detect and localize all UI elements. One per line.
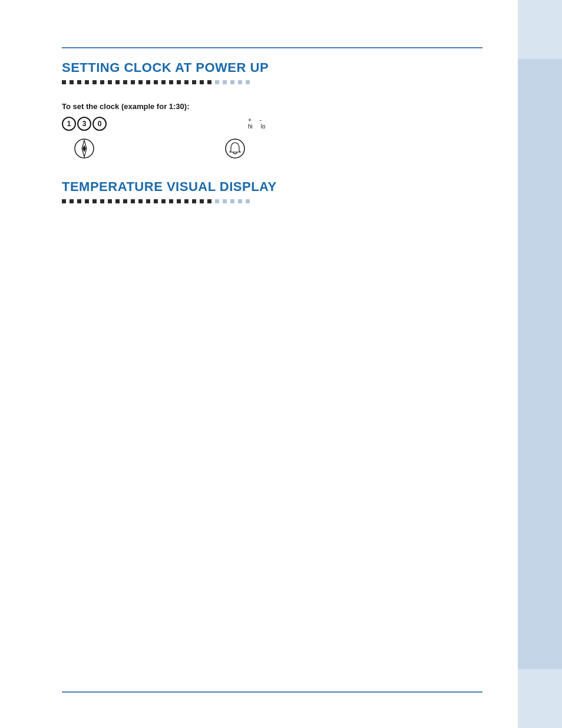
minus-sign: - (260, 117, 262, 123)
bottom-rule (62, 691, 482, 693)
top-rule (62, 47, 482, 48)
dot (169, 199, 173, 203)
dot (192, 80, 196, 84)
dot (62, 80, 66, 84)
dot (62, 199, 66, 203)
dot (108, 199, 112, 203)
section-title-temperature: TEMPERATURE VISUAL DISPLAY (62, 179, 482, 195)
sidebar-top-accent (518, 0, 562, 59)
instruction-text: To set the clock (example for 1:30): (62, 102, 482, 111)
dot (131, 199, 135, 203)
dot (154, 80, 158, 84)
dot (161, 80, 166, 84)
circle-0: 0 (92, 117, 107, 131)
circle-3: 3 (77, 117, 91, 131)
dot (161, 199, 166, 203)
dot (100, 80, 104, 84)
circled-numbers: 1 3 0 (62, 117, 107, 131)
dot-light (223, 199, 227, 203)
hi-lo-block: + - hi lo (248, 117, 266, 130)
dot-light (238, 80, 242, 84)
svg-marker-2 (82, 145, 86, 152)
dot-light (246, 80, 250, 84)
dot (92, 80, 97, 84)
dot (85, 80, 89, 84)
dot (92, 199, 97, 203)
dot (70, 199, 74, 203)
circle-1: 1 (62, 117, 76, 131)
section-title-clock: SETTING CLOCK AT POWER UP (62, 60, 482, 75)
dot (207, 199, 211, 203)
dot (138, 80, 143, 84)
dot (200, 80, 204, 84)
right-sidebar (518, 0, 562, 728)
dot (138, 199, 143, 203)
dot (177, 199, 181, 203)
icon-row (62, 138, 482, 162)
dot (115, 80, 120, 84)
diamond-icon (74, 138, 95, 162)
main-content: SETTING CLOCK AT POWER UP To set the clo… (0, 0, 518, 728)
dot (154, 199, 158, 203)
hi-lo-bottom: hi lo (248, 123, 266, 130)
dot (77, 80, 81, 84)
plus-sign: + (248, 117, 252, 123)
dot (100, 199, 104, 203)
dot (77, 199, 81, 203)
dot (200, 199, 204, 203)
dot (184, 80, 189, 84)
dot (70, 80, 74, 84)
dot-light (215, 199, 219, 203)
bell-icon (224, 138, 246, 162)
lo-label: lo (261, 123, 266, 130)
dot (146, 199, 150, 203)
dot (85, 199, 89, 203)
dot-light (230, 199, 234, 203)
dot (169, 80, 173, 84)
dot (146, 80, 150, 84)
dot (184, 199, 189, 203)
dot (131, 80, 135, 84)
dot-light (215, 80, 219, 84)
svg-point-3 (226, 139, 244, 158)
dot (115, 199, 120, 203)
dot-light (238, 199, 242, 203)
dot-light (246, 199, 250, 203)
dot-light (223, 80, 227, 84)
dot-rule-2 (62, 199, 482, 203)
hi-lo-top: + - (248, 117, 266, 123)
dot-light (230, 80, 234, 84)
hi-label: hi (248, 123, 253, 130)
dot (108, 80, 112, 84)
dot-rule-1 (62, 80, 482, 84)
dot (207, 80, 211, 84)
numbers-row: 1 3 0 + - hi lo (62, 117, 482, 131)
dot (123, 199, 127, 203)
dot (177, 80, 181, 84)
sidebar-bottom-accent (518, 669, 562, 728)
second-section: TEMPERATURE VISUAL DISPLAY (62, 179, 482, 203)
dot (123, 80, 127, 84)
dot (192, 199, 196, 203)
